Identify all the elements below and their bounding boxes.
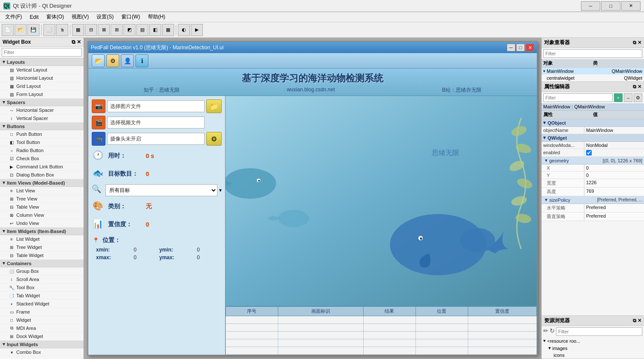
prop-group-qwidget[interactable]: ▾ QWidget xyxy=(542,134,644,142)
close-button[interactable]: ✕ xyxy=(621,1,641,11)
toolbar-open[interactable]: 📂 xyxy=(15,24,27,36)
toolbar-btn-7[interactable]: ⊟ xyxy=(85,24,97,36)
toolbar-btn-6[interactable]: ▦ xyxy=(72,24,84,36)
menu-window[interactable]: 窗口(W) xyxy=(118,12,143,21)
item-table-view[interactable]: ⊟ Table View xyxy=(0,203,84,211)
app-tb-settings-icon[interactable]: ⚙ xyxy=(106,54,119,67)
prop-add-button[interactable]: + xyxy=(614,93,623,102)
item-widget[interactable]: □ Widget xyxy=(0,316,84,324)
file-icon-image[interactable]: 📷 xyxy=(92,99,105,113)
toolbar-btn-8[interactable]: ⊠ xyxy=(98,24,110,36)
toolbar-btn-5[interactable]: 🖱 xyxy=(56,24,68,36)
maximize-button[interactable]: □ xyxy=(601,1,620,11)
toolbar-btn-10[interactable]: ◩ xyxy=(123,24,135,36)
object-inspector-float-icon[interactable]: ⧉ xyxy=(633,40,636,45)
resource-browser-float-icon[interactable]: ⧉ xyxy=(633,318,636,323)
toolbar-btn-12[interactable]: ◧ xyxy=(149,24,161,36)
toolbar-btn-15[interactable]: ▶ xyxy=(191,24,203,36)
toolbar-save[interactable]: 💾 xyxy=(27,24,39,36)
resource-search[interactable] xyxy=(556,327,642,336)
item-grid-layout[interactable]: ▦ Grid Layout xyxy=(0,82,84,90)
widget-box-close-icon[interactable]: ✕ xyxy=(77,39,81,45)
property-editor-float-icon[interactable]: ⧉ xyxy=(633,84,636,90)
prop-geometry-group[interactable]: ▾ geometry [(0, 0), 1226 x 769] xyxy=(542,157,644,165)
item-list-widget[interactable]: ≡ List Widget xyxy=(0,235,84,243)
item-group-box[interactable]: ⬜ Group Box xyxy=(0,267,84,275)
qt-minimize-button[interactable]: ─ xyxy=(507,44,515,51)
item-tree-view[interactable]: ⊞ Tree View xyxy=(0,195,84,203)
qt-close-button[interactable]: ✕ xyxy=(526,44,534,51)
qt-window-controls: ─ □ ✕ xyxy=(507,44,534,51)
item-command-link-button[interactable]: ▶ Command Link Button xyxy=(0,163,84,171)
app-tb-info-icon[interactable]: ℹ xyxy=(135,54,148,67)
file-open-camera-button[interactable]: ⚙ xyxy=(206,132,222,146)
toolbar-btn-11[interactable]: ▤ xyxy=(136,24,148,36)
property-search[interactable] xyxy=(543,93,613,102)
menu-help[interactable]: 帮助(H) xyxy=(144,12,169,21)
widget-box-float-icon[interactable]: ⧉ xyxy=(72,39,75,45)
item-list-view[interactable]: ≡ List View xyxy=(0,187,84,195)
obj-tree-item-mainwindow[interactable]: ▾ MainWindow QMainWindow xyxy=(542,68,644,75)
obj-tree-item-centralwidget[interactable]: centralwidget QWidget xyxy=(542,75,644,81)
item-undo-view[interactable]: ↩ Undo View xyxy=(0,219,84,227)
item-stacked-widget[interactable]: ▪ Stacked Widget xyxy=(0,300,84,308)
object-inspector-close-icon[interactable]: ✕ xyxy=(638,40,641,45)
item-push-button[interactable]: □ Push Button xyxy=(0,130,84,138)
menu-form[interactable]: 窗体(O) xyxy=(43,12,67,21)
item-frame[interactable]: ▭ Frame xyxy=(0,308,84,316)
item-column-view[interactable]: ⊠ Column View xyxy=(0,211,84,219)
item-tree-widget[interactable]: ⊞ Tree Widget xyxy=(0,243,84,251)
toolbar-new[interactable]: 📄 xyxy=(2,24,14,36)
toolbar-btn-13[interactable]: ▦ xyxy=(162,24,174,36)
widget-box-search[interactable] xyxy=(2,48,82,57)
item-scroll-area[interactable]: ↕ Scroll Area xyxy=(0,275,84,284)
item-combo-box[interactable]: ▾ Combo Box xyxy=(0,348,84,356)
item-mdi-area[interactable]: ⧉ MDI Area xyxy=(0,324,84,332)
resource-edit-icon[interactable]: ✏ xyxy=(543,327,548,336)
app-tb-open-icon[interactable]: 📂 xyxy=(92,54,105,67)
item-tool-box[interactable]: 🔧 Tool Box xyxy=(0,284,84,292)
file-icon-video[interactable]: 🎬 xyxy=(92,116,105,129)
menu-edit[interactable]: Edit xyxy=(26,13,42,21)
prop-remove-button[interactable]: – xyxy=(624,93,632,102)
object-inspector-search[interactable] xyxy=(543,49,642,58)
file-input-image[interactable] xyxy=(107,100,205,112)
item-horizontal-spacer[interactable]: ↔ Horizontal Spacer xyxy=(0,106,84,114)
toolbar-btn-14[interactable]: ◐ xyxy=(178,24,190,36)
prop-group-qobject[interactable]: ▾ QObject xyxy=(542,119,644,127)
item-dock-widget[interactable]: ⊞ Dock Widget xyxy=(0,332,84,341)
filter-select[interactable]: 所有目标 xyxy=(105,184,217,196)
item-form-layout[interactable]: ▧ Form Layout xyxy=(0,90,84,99)
item-vertical-spacer[interactable]: ↕ Vertical Spacer xyxy=(0,114,84,123)
item-check-box[interactable]: ☑ Check Box xyxy=(0,155,84,163)
prop-sizepolicy-group[interactable]: ▾ sizePolicy [Preferred, Preferred, ... xyxy=(542,196,644,204)
item-tab-widget[interactable]: 📑 Tab Widget xyxy=(0,292,84,300)
item-horizontal-layout[interactable]: ▥ Horizontal Layout xyxy=(0,74,84,82)
resource-item-images[interactable]: ▾ images xyxy=(542,344,644,352)
minimize-button[interactable]: ─ xyxy=(581,1,600,11)
item-tool-button[interactable]: ◧ Tool Button xyxy=(0,138,84,147)
item-radio-button[interactable]: ○ Radio Button xyxy=(0,147,84,155)
qt-window-titlebar: PedFall Detection v1.0 (思绪无限) - MarineDe… xyxy=(88,42,537,53)
property-editor-close-icon[interactable]: ✕ xyxy=(638,84,641,90)
file-input-video[interactable] xyxy=(107,117,205,129)
qt-maximize-button[interactable]: □ xyxy=(516,44,525,51)
resource-browser-close-icon[interactable]: ✕ xyxy=(638,318,641,323)
item-dialog-button-box[interactable]: ⊡ Dialog Button Box xyxy=(0,171,84,179)
item-vertical-layout[interactable]: ▤ Vertical Layout xyxy=(0,66,84,74)
file-input-camera[interactable] xyxy=(107,133,205,145)
file-icon-camera[interactable]: 📹 xyxy=(92,132,105,146)
menu-file[interactable]: 文件(F) xyxy=(2,12,25,21)
prop-enabled-checkbox[interactable] xyxy=(586,150,592,156)
menu-view[interactable]: 视图(V) xyxy=(68,12,92,21)
resource-item-icons[interactable]: icons xyxy=(542,352,644,359)
item-table-widget[interactable]: ⊟ Table Widget xyxy=(0,251,84,260)
toolbar-btn-4[interactable]: ⬜ xyxy=(43,24,55,36)
toolbar-btn-9[interactable]: ⊞ xyxy=(111,24,123,36)
resource-refresh-icon[interactable]: ↻ xyxy=(550,327,555,336)
prop-action-button[interactable]: ⚙ xyxy=(634,93,642,102)
file-open-image-button[interactable]: 📁 xyxy=(206,99,222,113)
resource-item-root[interactable]: ▾ <resource roo... xyxy=(542,337,644,344)
menu-settings[interactable]: 设置(S) xyxy=(93,12,117,21)
app-tb-person-icon[interactable]: 👤 xyxy=(121,54,134,67)
